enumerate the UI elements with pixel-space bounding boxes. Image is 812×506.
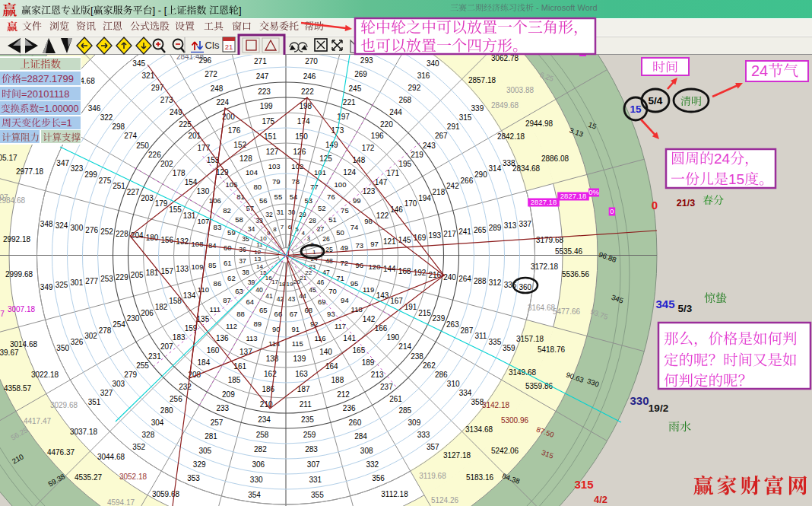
svg-text:199: 199 [260, 102, 273, 110]
svg-text:305: 305 [198, 447, 211, 455]
svg-text:5124.26: 5124.26 [431, 496, 459, 504]
svg-text:2999.68: 2999.68 [5, 270, 33, 278]
svg-text:328: 328 [142, 431, 155, 439]
svg-text:31: 31 [277, 208, 284, 216]
svg-text:236: 236 [343, 404, 356, 412]
svg-text:113: 113 [246, 334, 257, 342]
svg-text:330: 330 [630, 394, 649, 407]
svg-text:250: 250 [136, 142, 149, 150]
svg-text:330: 330 [250, 476, 263, 484]
svg-text:64: 64 [246, 298, 255, 306]
svg-text:345: 345 [132, 59, 145, 68]
svg-text:190: 190 [386, 333, 399, 342]
svg-text:91: 91 [291, 325, 300, 333]
svg-text:346: 346 [88, 104, 101, 113]
svg-text:5/3: 5/3 [678, 303, 693, 314]
svg-text:3112.18: 3112.18 [381, 490, 408, 498]
svg-text:264: 264 [458, 275, 471, 283]
svg-text:37: 37 [239, 257, 246, 265]
svg-text:2842.18: 2842.18 [497, 132, 525, 141]
svg-text:360: 360 [519, 283, 531, 291]
svg-text:323: 323 [71, 164, 84, 173]
svg-text:41: 41 [265, 292, 273, 300]
svg-text:86: 86 [214, 279, 222, 288]
svg-text:162: 162 [264, 370, 277, 378]
svg-text:4.68: 4.68 [80, 77, 95, 85]
svg-text:351: 351 [88, 398, 101, 406]
svg-text:88: 88 [236, 310, 245, 318]
svg-text:85: 85 [208, 261, 217, 269]
svg-text:286: 286 [435, 371, 448, 379]
svg-text:207: 207 [160, 342, 173, 351]
svg-text:257: 257 [211, 418, 224, 427]
svg-text:238: 238 [411, 352, 423, 361]
svg-text:52: 52 [318, 204, 326, 212]
svg-text:222: 222 [301, 88, 314, 96]
svg-text:124: 124 [343, 168, 356, 177]
svg-text:349: 349 [40, 283, 53, 291]
svg-text:213: 213 [371, 371, 384, 379]
svg-text:354: 354 [248, 491, 261, 499]
svg-text:306: 306 [252, 460, 265, 469]
svg-text:2977.18: 2977.18 [16, 167, 44, 176]
svg-text:303: 303 [112, 380, 125, 388]
svg-text:19/2: 19/2 [649, 403, 668, 414]
svg-text:291: 291 [447, 123, 460, 131]
svg-text:0%: 0% [588, 188, 599, 196]
svg-text:61: 61 [224, 259, 232, 267]
svg-text:352: 352 [132, 443, 145, 451]
svg-text:235: 235 [301, 415, 314, 424]
svg-text:203: 203 [141, 194, 154, 202]
svg-text:212: 212 [337, 390, 350, 399]
svg-text:232: 232 [179, 383, 192, 391]
svg-text:350: 350 [56, 344, 69, 352]
svg-text:21: 21 [225, 43, 233, 51]
svg-text:259: 259 [303, 431, 316, 439]
svg-text:121: 121 [383, 237, 396, 246]
svg-text:141: 141 [343, 334, 356, 342]
svg-text:Cls: Cls [205, 40, 220, 51]
svg-text:267: 267 [435, 132, 448, 140]
svg-text:] - [: ] - [ [153, 5, 167, 16]
svg-text:26: 26 [322, 235, 330, 243]
svg-text:11: 11 [256, 241, 263, 248]
svg-text:215: 215 [418, 309, 431, 317]
svg-text:221: 221 [343, 98, 356, 107]
svg-text:313: 313 [504, 221, 517, 230]
svg-text:316: 316 [417, 72, 430, 80]
svg-text:262: 262 [423, 361, 436, 370]
svg-text:182: 182 [155, 303, 168, 311]
svg-text:298: 298 [112, 123, 125, 131]
svg-text:261: 261 [389, 395, 402, 403]
svg-text:2944.98: 2944.98 [525, 119, 553, 128]
svg-text:=20101118: =20101118 [21, 88, 70, 100]
svg-text:268: 268 [398, 96, 411, 104]
svg-text:339: 339 [471, 104, 484, 113]
svg-text:218: 218 [433, 188, 446, 196]
svg-text:245: 245 [349, 84, 362, 93]
svg-text:345: 345 [655, 298, 674, 310]
svg-text:260: 260 [349, 418, 362, 427]
svg-text:146: 146 [390, 205, 403, 214]
svg-text:145: 145 [398, 236, 411, 244]
svg-text:325: 325 [56, 281, 68, 289]
svg-text:178: 178 [173, 169, 186, 177]
svg-text:[: [ [90, 5, 94, 16]
svg-text:266: 266 [461, 177, 474, 185]
svg-text:193: 193 [428, 231, 441, 240]
svg-text:176: 176 [228, 126, 241, 135]
svg-text:148: 148 [353, 156, 366, 164]
svg-text:2827.18: 2827.18 [531, 198, 557, 206]
svg-text:312: 312 [489, 278, 502, 287]
svg-text:332: 332 [366, 460, 379, 469]
svg-text:278: 278 [99, 326, 112, 335]
svg-text:21/3: 21/3 [677, 198, 695, 208]
svg-text:8: 8 [273, 226, 277, 233]
svg-text:74: 74 [350, 223, 359, 231]
svg-text:237: 237 [380, 383, 393, 391]
svg-text:327: 327 [100, 389, 113, 397]
svg-text:3022.18: 3022.18 [31, 371, 59, 379]
svg-text:331: 331 [309, 476, 322, 484]
svg-text:=1.00000: =1.00000 [39, 103, 79, 114]
svg-text:3052.18: 3052.18 [119, 473, 147, 481]
